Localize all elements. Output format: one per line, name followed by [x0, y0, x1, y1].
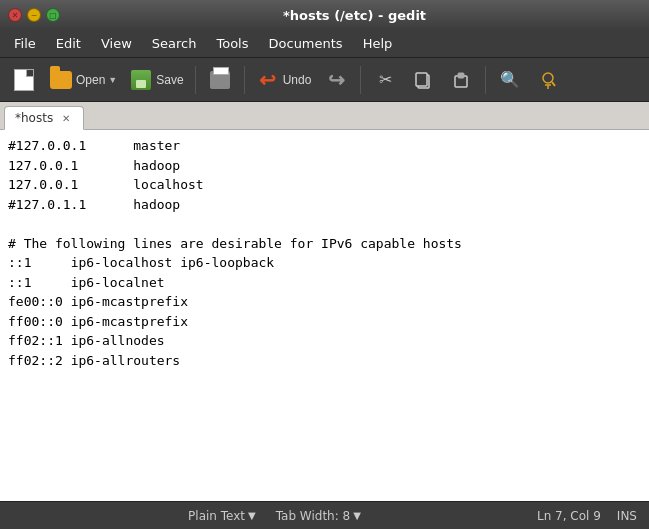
insert-mode-badge: INS	[617, 509, 637, 523]
highlight-icon	[536, 68, 560, 92]
redo-button[interactable]: ↪	[318, 62, 354, 98]
svg-rect-3	[458, 73, 464, 78]
tab-width-dropdown-icon: ▼	[353, 510, 361, 521]
open-button[interactable]: Open ▼	[44, 62, 122, 98]
toolbar: Open ▼ Save ↩ Undo ↪ ✂	[0, 58, 649, 102]
menu-tools[interactable]: Tools	[206, 33, 258, 54]
language-selector[interactable]: Plain Text ▼	[188, 509, 256, 523]
toolbar-sep-1	[195, 66, 196, 94]
cursor-position: Ln 7, Col 9	[537, 509, 601, 523]
svg-point-4	[543, 73, 553, 83]
paste-button[interactable]	[443, 62, 479, 98]
tab-hosts[interactable]: *hosts ✕	[4, 106, 84, 130]
undo-button[interactable]: ↩ Undo	[251, 62, 317, 98]
titlebar: ✕ − □ *hosts (/etc) - gedit	[0, 0, 649, 30]
menu-search[interactable]: Search	[142, 33, 207, 54]
new-file-icon	[12, 68, 36, 92]
tab-close-button[interactable]: ✕	[59, 111, 73, 125]
find-icon: 🔍	[498, 68, 522, 92]
window-controls: ✕ − □	[8, 8, 60, 22]
tab-width-label: Tab Width: 8	[276, 509, 350, 523]
menu-edit[interactable]: Edit	[46, 33, 91, 54]
open-dropdown-icon: ▼	[108, 75, 117, 85]
close-button[interactable]: ✕	[8, 8, 22, 22]
copy-button[interactable]	[405, 62, 441, 98]
save-button[interactable]: Save	[124, 62, 188, 98]
maximize-button[interactable]: □	[46, 8, 60, 22]
menu-documents[interactable]: Documents	[259, 33, 353, 54]
open-label: Open	[76, 73, 105, 87]
print-icon	[208, 68, 232, 92]
status-center: Plain Text ▼ Tab Width: 8 ▼	[188, 509, 361, 523]
window-title: *hosts (/etc) - gedit	[68, 8, 641, 23]
status-right: Ln 7, Col 9 INS	[537, 509, 637, 523]
save-icon	[129, 68, 153, 92]
toolbar-sep-3	[360, 66, 361, 94]
paste-icon	[449, 68, 473, 92]
svg-line-5	[552, 82, 555, 86]
menubar: File Edit View Search Tools Documents He…	[0, 30, 649, 58]
undo-label: Undo	[283, 73, 312, 87]
toolbar-sep-4	[485, 66, 486, 94]
open-icon	[49, 68, 73, 92]
find-button[interactable]: 🔍	[492, 62, 528, 98]
menu-view[interactable]: View	[91, 33, 142, 54]
language-label: Plain Text	[188, 509, 245, 523]
toolbar-sep-2	[244, 66, 245, 94]
position-label: Ln 7, Col 9	[537, 509, 601, 523]
cut-button[interactable]: ✂	[367, 62, 403, 98]
copy-icon	[411, 68, 435, 92]
language-dropdown-icon: ▼	[248, 510, 256, 521]
minimize-button[interactable]: −	[27, 8, 41, 22]
redo-icon: ↪	[324, 68, 348, 92]
undo-icon: ↩	[256, 68, 280, 92]
new-button[interactable]	[6, 62, 42, 98]
menu-file[interactable]: File	[4, 33, 46, 54]
highlight-button[interactable]	[530, 62, 566, 98]
tabbar: *hosts ✕	[0, 102, 649, 130]
statusbar: Plain Text ▼ Tab Width: 8 ▼ Ln 7, Col 9 …	[0, 501, 649, 529]
svg-rect-1	[416, 73, 427, 86]
menu-help[interactable]: Help	[353, 33, 403, 54]
tab-width-selector[interactable]: Tab Width: 8 ▼	[276, 509, 361, 523]
editor-area[interactable]: #127.0.0.1 master 127.0.0.1 hadoop 127.0…	[0, 130, 649, 501]
print-button[interactable]	[202, 62, 238, 98]
tab-label: *hosts	[15, 111, 53, 125]
cut-icon: ✂	[373, 68, 397, 92]
save-label: Save	[156, 73, 183, 87]
